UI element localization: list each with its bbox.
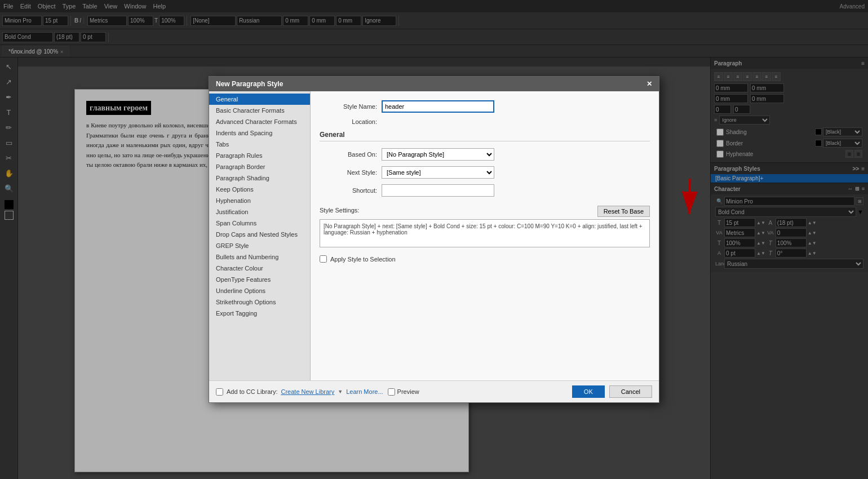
preview-label: Preview (397, 388, 419, 395)
next-style-select[interactable]: [Same style] (382, 166, 494, 179)
dialog-nav-para-rules[interactable]: Paragraph Rules (209, 150, 310, 161)
shortcut-row: Shortcut: (320, 184, 650, 197)
apply-style-label: Apply Style to Selection (330, 256, 396, 263)
preview-checkbox[interactable] (388, 388, 395, 396)
dialog-nav-justification[interactable]: Justification (209, 206, 310, 218)
add-to-cc-label: Add to CC Library: (227, 388, 277, 395)
dialog-nav-char-colour[interactable]: Character Colour (209, 263, 310, 274)
dialog-nav-keep-options[interactable]: Keep Options (209, 184, 310, 195)
dialog-nav-general[interactable]: General (209, 94, 310, 105)
dialog-nav-basic-char[interactable]: Basic Character Formats (209, 105, 310, 116)
dialog-nav-bullets[interactable]: Bullets and Numbering (209, 251, 310, 263)
dialog-body: General Basic Character Formats Advanced… (209, 91, 659, 380)
footer-left: Add to CC Library: Create New Library ▼ … (216, 388, 419, 396)
footer-right: OK Cancel (572, 385, 652, 398)
apply-style-checkbox[interactable] (320, 255, 327, 263)
dialog-title-text: New Paragraph Style (216, 80, 283, 88)
reset-to-base-btn[interactable]: Reset To Base (597, 206, 650, 217)
dialog-title-bar: New Paragraph Style ✕ (209, 77, 659, 91)
dialog-nav-para-border[interactable]: Paragraph Border (209, 161, 310, 172)
based-on-label: Based On: (320, 151, 382, 158)
add-to-cc-checkbox[interactable] (216, 388, 223, 396)
style-settings-section: Style Settings: Reset To Base [No Paragr… (320, 206, 650, 247)
style-name-input[interactable] (382, 100, 494, 113)
dialog-overlay: New Paragraph Style ✕ General Basic Char… (0, 0, 868, 479)
location-label: Location: (320, 118, 382, 125)
dialog-nav-indents[interactable]: Indents and Spacing (209, 127, 310, 139)
dialog-nav-tabs[interactable]: Tabs (209, 139, 310, 150)
dialog-nav-underline[interactable]: Underline Options (209, 285, 310, 296)
dropdown-arrow-icon[interactable]: ▼ (338, 389, 343, 394)
next-style-label: Next Style: (320, 169, 382, 176)
dialog-footer: Add to CC Library: Create New Library ▼ … (209, 380, 659, 402)
shortcut-label: Shortcut: (320, 187, 382, 194)
dialog-nav-span-columns[interactable]: Span Columns (209, 218, 310, 229)
style-settings-header: Style Settings: Reset To Base (320, 206, 650, 217)
dialog-nav-advanced-char[interactable]: Advanced Character Formats (209, 116, 310, 127)
based-on-row: Based On: [No Paragraph Style] (320, 148, 650, 161)
learn-more-link[interactable]: Learn More... (346, 388, 383, 395)
dialog-nav-para-shading[interactable]: Paragraph Shading (209, 172, 310, 184)
cancel-button[interactable]: Cancel (609, 385, 652, 398)
next-style-row: Next Style: [Same style] (320, 166, 650, 179)
style-settings-label: Style Settings: (320, 207, 359, 214)
dialog-close-btn[interactable]: ✕ (646, 80, 652, 88)
shortcut-input[interactable] (382, 184, 494, 197)
general-section-title: General (320, 131, 650, 141)
dialog-nav-hyphenation[interactable]: Hyphenation (209, 195, 310, 206)
style-settings-text: [No Paragraph Style] + next: [Same style… (324, 223, 643, 236)
create-library-btn[interactable]: Create New Library (281, 388, 334, 395)
dialog-main-content: Style Name: Location: General Based On: … (311, 91, 659, 380)
apply-style-row: Apply Style to Selection (320, 255, 650, 263)
based-on-select[interactable]: [No Paragraph Style] (382, 148, 494, 161)
location-row: Location: (320, 118, 650, 125)
new-paragraph-style-dialog: New Paragraph Style ✕ General Basic Char… (209, 76, 659, 403)
cc-section: Add to CC Library: Create New Library ▼ … (216, 388, 383, 396)
ok-button[interactable]: OK (572, 385, 605, 398)
dialog-nav-strikethrough[interactable]: Strikethrough Options (209, 296, 310, 308)
preview-row: Preview (388, 388, 419, 396)
dialog-sidebar: General Basic Character Formats Advanced… (209, 91, 311, 380)
style-name-row: Style Name: (320, 100, 650, 113)
style-name-label: Style Name: (320, 103, 382, 110)
dialog-nav-opentype[interactable]: OpenType Features (209, 274, 310, 285)
dialog-nav-grep[interactable]: GREP Style (209, 240, 310, 251)
style-settings-box: [No Paragraph Style] + next: [Same style… (320, 219, 650, 247)
dialog-nav-drop-caps[interactable]: Drop Caps and Nested Styles (209, 229, 310, 240)
dialog-nav-export-tagging[interactable]: Export Tagging (209, 308, 310, 319)
